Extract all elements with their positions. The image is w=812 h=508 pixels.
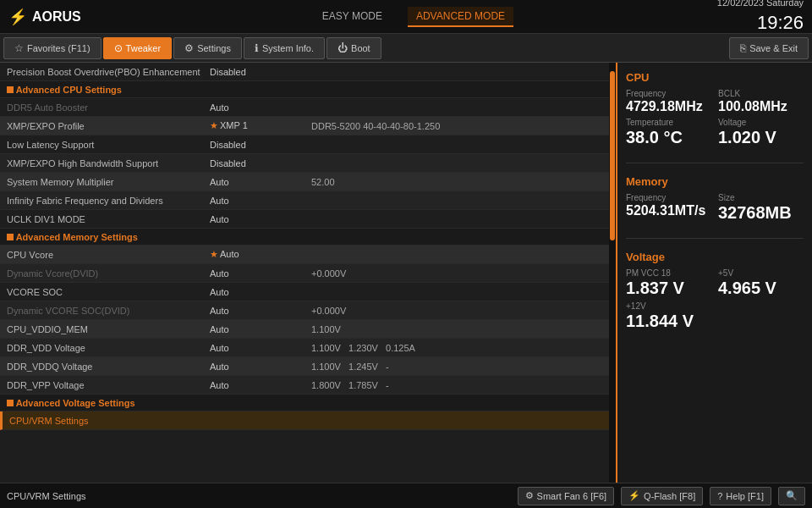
mem-mult-row[interactable]: System Memory Multiplier Auto 52.00 xyxy=(0,173,609,191)
scrollbar[interactable] xyxy=(609,63,616,483)
pbo-label: Precision Boost Overdrive(PBO) Enhanceme… xyxy=(7,67,210,77)
cpu-freq-value: 4729.18MHz xyxy=(626,98,711,114)
pmvcc18-label: PM VCC 18 xyxy=(626,268,711,278)
cpu-temp-label: Temperature xyxy=(626,118,711,127)
uclk-row[interactable]: UCLK DIV1 MODE Auto xyxy=(0,210,609,229)
sysinfo-button[interactable]: ℹ System Info. xyxy=(244,37,325,59)
ddr-vddq-row[interactable]: DDR_VDDQ Voltage Auto 1.100V 1.245V - xyxy=(0,357,609,376)
voltage-stats-grid: PM VCC 18 1.837 V +5V 4.965 V +12V 11.84… xyxy=(626,268,804,331)
xmp-bw-label: XMP/EXPO High Bandwidth Support xyxy=(7,158,210,168)
cpu-volt-label: Voltage xyxy=(718,118,804,127)
vcore-soc-row[interactable]: VCORE SOC Auto xyxy=(0,283,609,301)
mem-size-value: 32768MB xyxy=(718,202,804,223)
cpu-bclk-block: BCLK 100.08MHz xyxy=(718,89,804,114)
pbo-row[interactable]: Precision Boost Overdrive(PBO) Enhanceme… xyxy=(0,63,609,81)
save-exit-button[interactable]: ⎘ Save & Exit xyxy=(729,37,809,59)
ddr-vpp-extra: 1.800V 1.785V - xyxy=(311,380,602,390)
cpu-bclk-label: BCLK xyxy=(718,89,804,98)
inf-fabric-label: Infinity Fabric Frequency and Dividers xyxy=(7,196,210,206)
cpu-bclk-value: 100.08MHz xyxy=(718,98,804,114)
help-button[interactable]: ? Help [F1] xyxy=(710,487,771,505)
cpu-freq-label: Frequency xyxy=(626,89,711,98)
settings-list: Precision Boost Overdrive(PBO) Enhanceme… xyxy=(0,63,609,483)
dyn-vcore-label: Dynamic Vcore(DVID) xyxy=(7,268,210,279)
cpuvrm-bar-label: CPU/VRM Settings xyxy=(9,416,212,426)
ddr-vpp-row[interactable]: DDR_VPP Voltage Auto 1.800V 1.785V - xyxy=(0,376,609,395)
dyn-vcore-row[interactable]: Dynamic Vcore(DVID) Auto +0.000V xyxy=(0,264,609,283)
settings-button[interactable]: ⚙ Settings xyxy=(173,37,242,59)
ddr-vpp-label: DDR_VPP Voltage xyxy=(7,380,210,390)
cpu-vddio-row[interactable]: CPU_VDDIO_MEM Auto 1.100V xyxy=(0,320,609,339)
ddr5-auto-row[interactable]: DDR5 Auto Booster Auto xyxy=(0,98,609,117)
qflash-button[interactable]: ⚡ Q-Flash [F8] xyxy=(621,487,703,505)
xmp-bw-value: Disabled xyxy=(210,158,311,168)
ddr-vdd-extra: 1.100V 1.230V 0.125A xyxy=(311,343,602,353)
search-button[interactable]: 🔍 xyxy=(778,487,805,505)
dyn-vcore-value: Auto xyxy=(210,268,311,279)
ddr-vdd-row[interactable]: DDR_VDD Voltage Auto 1.100V 1.230V 0.125… xyxy=(0,339,609,357)
navbar: ☆ Favorites (F11) ⊙ Tweaker ⚙ Settings ℹ… xyxy=(0,34,812,63)
ddr-vddq-value: Auto xyxy=(210,362,311,372)
mem-size-block: Size 32768MB xyxy=(718,193,804,223)
ddr-vddq-extra: 1.100V 1.245V - xyxy=(311,362,602,372)
save-exit-icon: ⎘ xyxy=(740,42,746,54)
memory-title: Memory xyxy=(626,175,804,188)
tweaker-button[interactable]: ⊙ Tweaker xyxy=(103,37,173,59)
voltage-stats: Voltage PM VCC 18 1.837 V +5V 4.965 V +1… xyxy=(626,251,804,331)
boot-button[interactable]: ⏻ Boot xyxy=(326,37,381,59)
dyn-vcore-soc-row[interactable]: Dynamic VCORE SOC(DVID) Auto +0.000V xyxy=(0,301,609,320)
adv-volt-label: Advanced Voltage Settings xyxy=(14,398,135,408)
cpu-vddio-extra: 1.100V xyxy=(311,324,602,334)
scroll-thumb xyxy=(610,71,615,240)
qflash-icon: ⚡ xyxy=(628,490,640,501)
header: ⚡ AORUS EASY MODE ADVANCED MODE 12/02/20… xyxy=(0,0,812,34)
favorites-button[interactable]: ☆ Favorites (F11) xyxy=(3,37,102,59)
boot-icon: ⏻ xyxy=(337,42,348,54)
logo-icon: ⚡ xyxy=(8,8,27,26)
pbo-value: Disabled xyxy=(210,67,311,77)
inf-fabric-row[interactable]: Infinity Fabric Frequency and Dividers A… xyxy=(0,191,609,210)
section-dot-mem xyxy=(7,234,14,240)
cpuvrm-active-bar[interactable]: CPU/VRM Settings xyxy=(0,411,609,430)
divider-2 xyxy=(626,238,804,239)
cpu-volt-value: 1.020 V xyxy=(718,127,804,147)
logo-text: AORUS xyxy=(32,9,81,25)
ddr-vdd-value: Auto xyxy=(210,343,311,353)
ddr-vdd-label: DDR_VDD Voltage xyxy=(7,343,210,353)
plus12v-block: +12V 11.844 V xyxy=(626,301,804,331)
left-panel: Precision Boost Overdrive(PBO) Enhanceme… xyxy=(0,63,617,483)
time-text: 19:26 xyxy=(717,10,804,36)
mem-mult-value: Auto xyxy=(210,177,311,187)
low-latency-value: Disabled xyxy=(210,140,311,150)
low-latency-row[interactable]: Low Latency Support Disabled xyxy=(0,135,609,154)
plus5v-block: +5V 4.965 V xyxy=(718,268,804,298)
xmp-expo-row[interactable]: XMP/EXPO Profile ★XMP 1 DDR5-5200 40-40-… xyxy=(0,117,609,135)
cpu-vddio-value: Auto xyxy=(210,324,311,334)
xmp-bw-row[interactable]: XMP/EXPO High Bandwidth Support Disabled xyxy=(0,154,609,173)
adv-volt-section: Advanced Voltage Settings xyxy=(0,395,609,411)
cpu-vddio-label: CPU_VDDIO_MEM xyxy=(7,324,210,334)
cpu-temp-value: 38.0 °C xyxy=(626,127,711,147)
sysinfo-icon: ℹ xyxy=(255,42,259,54)
cpu-vcore-label: CPU Vcore xyxy=(7,250,210,260)
smartfan-button[interactable]: ⚙ Smart Fan 6 [F6] xyxy=(518,487,615,505)
cpu-vcore-value: ★Auto xyxy=(210,249,311,260)
vcore-soc-value: Auto xyxy=(210,287,311,297)
easy-mode-tab[interactable]: EASY MODE xyxy=(314,7,391,27)
vcore-star: ★ xyxy=(210,249,218,259)
cpu-volt-block: Voltage 1.020 V xyxy=(718,118,804,147)
memory-stats-grid: Frequency 5204.31MT/s Size 32768MB xyxy=(626,193,804,223)
xmp-expo-label: XMP/EXPO Profile xyxy=(7,121,210,131)
cpu-vcore-row[interactable]: CPU Vcore ★Auto xyxy=(0,246,609,264)
plus12v-label: +12V xyxy=(626,301,804,311)
mem-freq-label: Frequency xyxy=(626,193,711,202)
pmvcc18-block: PM VCC 18 1.837 V xyxy=(626,268,711,298)
cpu-stats-grid: Frequency 4729.18MHz BCLK 100.08MHz Temp… xyxy=(626,89,804,147)
ddr-vpp-value: Auto xyxy=(210,380,311,390)
xmp-expo-value: ★XMP 1 xyxy=(210,120,311,131)
bottom-label: CPU/VRM Settings xyxy=(7,491,511,501)
inf-fabric-value: Auto xyxy=(210,196,311,206)
settings-icon: ⚙ xyxy=(184,42,194,54)
advanced-mode-tab[interactable]: ADVANCED MODE xyxy=(408,7,513,27)
uclk-label: UCLK DIV1 MODE xyxy=(7,214,210,224)
